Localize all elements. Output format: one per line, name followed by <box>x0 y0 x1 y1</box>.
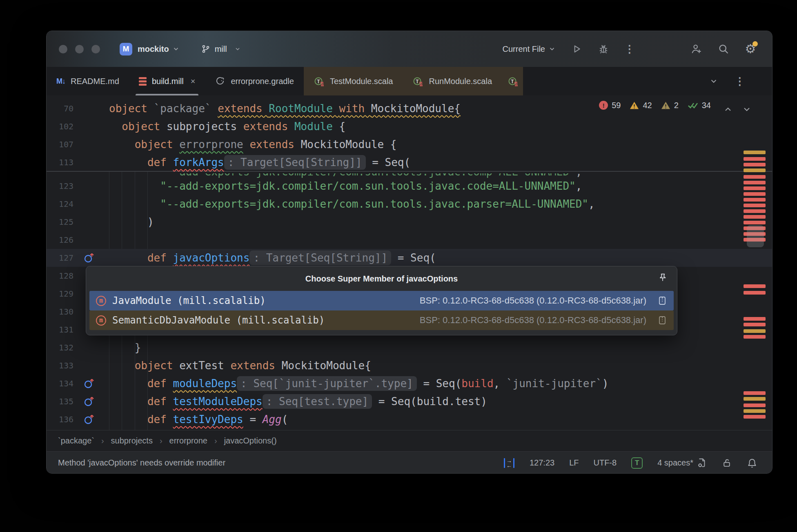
code-style-file-icon[interactable] <box>697 458 707 468</box>
breadcrumb-item[interactable]: errorprone <box>169 436 207 446</box>
debug-button[interactable] <box>597 43 610 55</box>
code-line-127[interactable]: 127 def javacOptions: Target[Seq[String]… <box>47 249 772 267</box>
error-stripe-mark[interactable] <box>744 284 766 288</box>
breadcrumb-item[interactable]: subprojects <box>111 436 153 446</box>
error-stripe-mark[interactable] <box>744 409 766 413</box>
next-problem-chevron-icon[interactable] <box>742 104 752 114</box>
indent-widget[interactable]: 4 spaces* <box>657 458 693 468</box>
more-actions-kebab[interactable]: ⋮ <box>624 44 635 54</box>
pin-icon[interactable] <box>657 273 668 283</box>
line-number[interactable]: 133 <box>47 357 73 375</box>
error-stripe-mark[interactable] <box>744 291 766 295</box>
error-stripe-mark[interactable] <box>744 192 766 196</box>
line-number[interactable]: 128 <box>47 267 73 285</box>
line-number[interactable]: 130 <box>47 303 73 321</box>
super-member-option-1[interactable]: mSemanticDbJavaModule (mill.scalalib)BSP… <box>89 310 674 330</box>
line-number[interactable]: 123 <box>47 177 73 195</box>
code-line-133[interactable]: 133 object extTest extends MockitoModule… <box>47 357 772 375</box>
tab-readme-md[interactable]: M↓README.md <box>47 67 129 95</box>
settings-gear-icon[interactable]: ⚙ <box>744 43 757 55</box>
error-stripe-mark[interactable] <box>744 403 766 407</box>
error-stripe-mark[interactable] <box>744 204 766 207</box>
line-number[interactable]: 125 <box>47 213 73 231</box>
overrides-gutter-icon[interactable] <box>83 396 95 407</box>
tab-overflow-partial[interactable]: T <box>502 67 523 95</box>
code-line-125[interactable]: 125 ) <box>47 213 772 231</box>
line-number[interactable]: 134 <box>47 375 73 392</box>
code-line-135[interactable]: 135 def testModuleDeps: Seq[test.type] =… <box>47 392 772 410</box>
code-line-126[interactable]: 126 <box>47 231 772 249</box>
indent-guides-icon[interactable]: →← <box>503 458 515 468</box>
error-stripe-mark[interactable] <box>744 329 766 333</box>
line-number[interactable]: 132 <box>47 339 73 357</box>
status-message[interactable]: Method 'javacOptions' needs override mod… <box>58 458 225 468</box>
zoom-window-button[interactable] <box>91 45 100 53</box>
line-number[interactable]: 129 <box>47 285 73 303</box>
error-stripe-mark[interactable] <box>744 157 766 161</box>
search-icon[interactable] <box>717 43 730 55</box>
line-number[interactable]: 124 <box>47 195 73 213</box>
highlighting-level-badge[interactable]: T <box>631 457 643 469</box>
error-stripe-mark[interactable] <box>744 181 766 184</box>
error-stripe-mark[interactable] <box>744 323 766 326</box>
error-stripe-mark[interactable] <box>744 221 766 224</box>
overrides-gutter-icon[interactable] <box>83 378 95 389</box>
encoding-widget[interactable]: UTF-8 <box>593 458 617 468</box>
line-number[interactable]: 135 <box>47 392 73 410</box>
line-number[interactable]: 113 <box>47 153 73 171</box>
tab-options-kebab[interactable]: ⋮ <box>735 76 745 86</box>
line-number[interactable]: 107 <box>47 135 73 153</box>
error-stripe-mark[interactable] <box>744 317 766 321</box>
code-line-107[interactable]: 107 object errorprone extends MockitoMod… <box>47 135 772 153</box>
code-line-124[interactable]: 124 "--add-exports=jdk.compiler/com.sun.… <box>47 195 772 213</box>
tab-runmodule-scala[interactable]: TRunModule.scala <box>403 67 502 95</box>
line-number[interactable]: 70 <box>47 100 73 117</box>
error-stripe-mark[interactable] <box>744 209 766 213</box>
error-stripe-mark[interactable] <box>744 198 766 202</box>
inspections-widget[interactable]: ! 59 42 2 34 <box>599 100 711 110</box>
overrides-gutter-icon[interactable] <box>83 252 95 264</box>
tab-testmodule-scala[interactable]: TTestModule.scala <box>304 67 403 95</box>
code-line-132[interactable]: 132 } <box>47 339 772 357</box>
error-stripe-mark[interactable] <box>744 163 766 166</box>
caret-position-widget[interactable]: 127:23 <box>530 458 554 468</box>
code-line-113[interactable]: 113 def forkArgs: Target[Seq[String]] = … <box>47 153 772 171</box>
error-stripe-mark[interactable] <box>744 415 766 419</box>
close-tab-icon[interactable]: × <box>191 77 196 86</box>
chevron-down-icon[interactable] <box>172 45 180 53</box>
project-selector[interactable]: mockito <box>138 44 169 54</box>
code-line-134[interactable]: 134 def moduleDeps: Seq[`junit-jupiter`.… <box>47 375 772 392</box>
error-stripe-mark[interactable] <box>744 397 766 401</box>
run-button[interactable] <box>570 43 583 55</box>
line-number[interactable]: 131 <box>47 321 73 339</box>
hidden-tabs-chevron-icon[interactable] <box>709 77 718 86</box>
line-number[interactable]: 127 <box>47 249 73 267</box>
vcs-branch-widget[interactable]: mill <box>201 44 241 54</box>
tab-errorprone-gradle[interactable]: errorprone.gradle <box>205 67 304 95</box>
overrides-gutter-icon[interactable] <box>83 414 95 425</box>
line-number[interactable]: 136 <box>47 410 73 428</box>
editor[interactable]: 123 "--add-exports=jdk.compiler/com.sun.… <box>47 95 772 430</box>
code-line-102[interactable]: 102 object subprojects extends Module { <box>47 117 772 135</box>
tab-build-mill[interactable]: build.mill× <box>129 67 205 95</box>
line-number[interactable]: 102 <box>47 117 73 135</box>
run-configuration-selector[interactable]: Current File <box>503 44 556 54</box>
previous-problem-chevron-icon[interactable] <box>723 104 733 114</box>
notifications-bell-icon[interactable] <box>747 458 757 468</box>
error-stripe-mark[interactable] <box>744 186 766 190</box>
line-number[interactable]: 126 <box>47 231 73 249</box>
add-user-icon[interactable] <box>690 43 703 55</box>
code-line-123[interactable]: 123 "--add-exports=jdk.compiler/com.sun.… <box>47 177 772 195</box>
line-ending-widget[interactable]: LF <box>569 458 579 468</box>
error-stripe-mark[interactable] <box>744 168 766 172</box>
code-line-136[interactable]: 136 def testIvyDeps = Agg( <box>47 410 772 428</box>
editor-scrollbar-thumb[interactable] <box>747 225 764 247</box>
breadcrumb-item[interactable]: javacOptions() <box>224 436 277 446</box>
super-member-option-0[interactable]: mJavaModule (mill.scalalib)BSP: 0.12.0-R… <box>89 291 674 310</box>
error-stripe-mark[interactable] <box>744 391 766 395</box>
error-stripe-mark[interactable] <box>744 175 766 179</box>
error-stripe-mark[interactable] <box>744 151 766 154</box>
breadcrumb-item[interactable]: `package` <box>58 436 94 446</box>
error-stripe-mark[interactable] <box>744 335 766 339</box>
lock-icon[interactable] <box>722 458 732 468</box>
